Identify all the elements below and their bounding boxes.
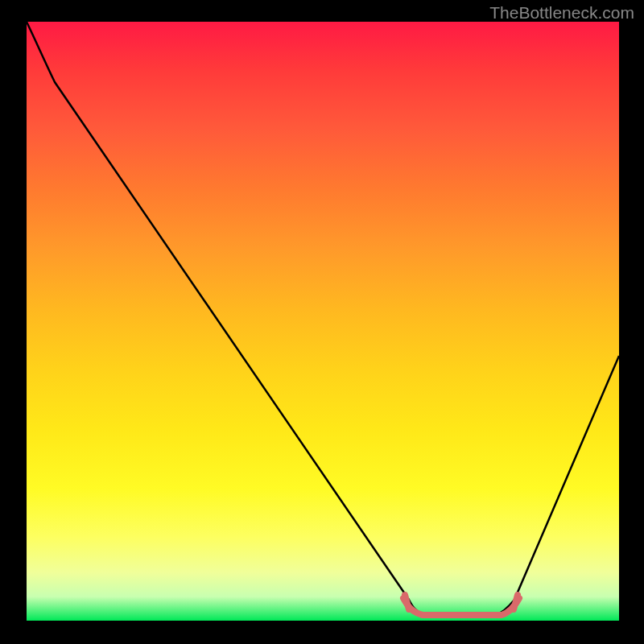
bottleneck-curve-svg <box>27 22 619 621</box>
flat-region-highlight <box>403 598 519 615</box>
chart-plot-area <box>27 22 619 621</box>
flat-region-left-tick <box>405 595 409 609</box>
flat-region-right-tick <box>514 595 518 609</box>
watermark-text: TheBottleneck.com <box>489 3 634 23</box>
bottleneck-curve <box>27 22 619 615</box>
